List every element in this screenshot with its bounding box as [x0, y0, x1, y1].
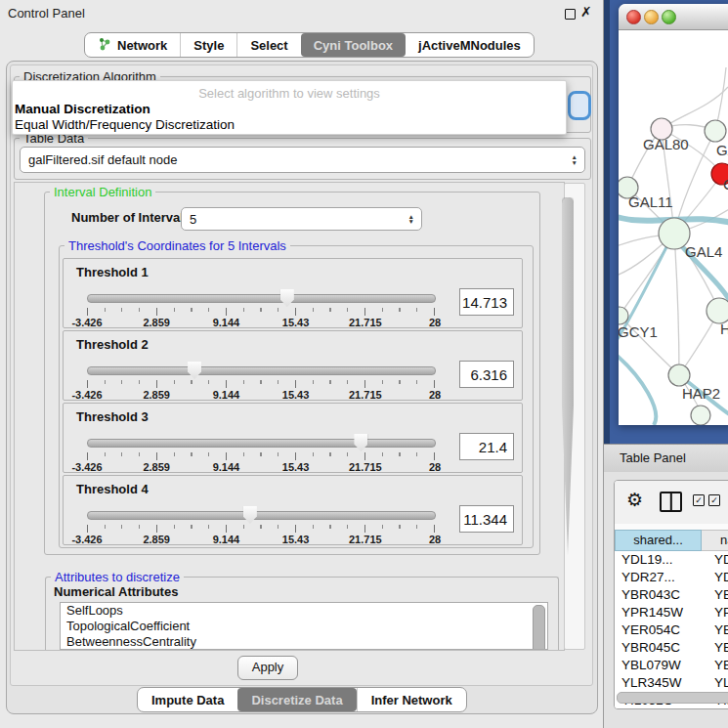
- network-window-titlebar[interactable]: [619, 4, 728, 30]
- tab-network[interactable]: Network: [85, 33, 180, 57]
- apply-button[interactable]: Apply: [237, 656, 298, 680]
- column-header-shared-name[interactable]: shared...: [615, 530, 702, 551]
- slider-ticks: [87, 525, 436, 533]
- network-icon: [98, 37, 111, 54]
- table-row[interactable]: YLR345WYLR3: [615, 674, 728, 692]
- window-title: Control Panel: [8, 6, 85, 21]
- node-label: H: [720, 321, 728, 337]
- slider-tick-labels: -3.426 2.859 9.144 15.43 21.715 28: [87, 461, 435, 473]
- number-of-intervals-combobox[interactable]: 5 ▲▼: [181, 207, 422, 231]
- slider-thumb[interactable]: [188, 362, 201, 379]
- list-item[interactable]: BetweennessCentrality: [61, 634, 547, 650]
- table-row[interactable]: YBR045CYBR0: [615, 639, 728, 657]
- algorithm-combo-arrow-button[interactable]: [568, 91, 591, 120]
- threshold-label: Threshold 1: [76, 265, 149, 279]
- combo-value: galFiltered.sif default node: [21, 152, 572, 167]
- vertical-scrollbar[interactable]: [564, 183, 585, 650]
- slider-track[interactable]: [87, 366, 436, 375]
- popup-option-manual-discretization[interactable]: Manual Discretization: [15, 102, 150, 116]
- group-title: Threshold's Coordinates for 5 Intervals: [64, 238, 290, 253]
- threshold-4-slider[interactable]: -3.426 2.859 9.144 15.43 21.715 28: [87, 505, 434, 544]
- node-label: C: [723, 176, 728, 193]
- table-toolbar: ⚙ ✓ ✓: [615, 481, 728, 524]
- tab-impute-data[interactable]: Impute Data: [138, 688, 237, 711]
- table-panel-body: ⚙ ✓ ✓ shared... na YDL19...YDL1 YDR27...…: [604, 472, 728, 728]
- close-traffic-light-icon[interactable]: [626, 10, 641, 24]
- network-canvas[interactable]: GAL80 GA C GAL11 GAL4 GCY1 H HAP2: [619, 30, 728, 425]
- control-panel-window: Control Panel ✗ Network Style: [0, 0, 604, 728]
- spinner-arrows-icon[interactable]: ▲▼: [408, 214, 421, 225]
- threshold-1-panel: Threshold 1 -3.426 2.859 9.144 15.43 21.…: [63, 258, 523, 328]
- node-label: HAP2: [682, 385, 720, 402]
- slider-track[interactable]: [87, 511, 436, 520]
- right-region: GAL80 GA C GAL11 GAL4 GCY1 H HAP2 Table …: [604, 0, 728, 728]
- slider-thumb[interactable]: [354, 434, 367, 451]
- tab-style[interactable]: Style: [180, 33, 236, 57]
- list-scrollbar-thumb[interactable]: [533, 605, 545, 650]
- table-panel-titlebar: Table Panel: [604, 444, 728, 474]
- zoom-traffic-light-icon[interactable]: [662, 10, 676, 24]
- algorithm-popup: Select algorithm to view settings Manual…: [12, 80, 567, 135]
- table-panel-box: ⚙ ✓ ✓ shared... na YDL19...YDL1 YDR27...…: [614, 480, 728, 709]
- list-item[interactable]: SelfLoops: [61, 603, 547, 619]
- node-hap2[interactable]: [668, 364, 690, 386]
- table-row[interactable]: YPR145WYPR1: [615, 604, 728, 621]
- slider-track[interactable]: [87, 294, 436, 303]
- popup-option-equal-width-frequency[interactable]: Equal Width/Frequency Discretization: [15, 117, 235, 132]
- threshold-value-field[interactable]: 11.344: [459, 505, 514, 533]
- node-label: GAL4: [685, 243, 722, 260]
- threshold-1-slider[interactable]: -3.426 2.859 9.144 15.43 21.715 28: [87, 288, 434, 327]
- horizontal-scrollbar-thumb[interactable]: [617, 692, 728, 704]
- threshold-value-field[interactable]: 21.4: [459, 433, 514, 460]
- table-panel-title: Table Panel: [620, 450, 686, 465]
- split-columns-icon[interactable]: [660, 492, 682, 512]
- table-row[interactable]: YER054CYER0: [615, 621, 728, 639]
- threshold-2-slider[interactable]: -3.426 2.859 9.144 15.43 21.715 28: [87, 361, 434, 400]
- threshold-label: Threshold 3: [76, 409, 149, 424]
- gear-icon[interactable]: ⚙: [626, 489, 643, 511]
- numerical-attributes-label: Numerical Attributes: [54, 584, 178, 599]
- slider-track[interactable]: [87, 439, 436, 448]
- close-icon[interactable]: ✗: [580, 4, 592, 20]
- combo-value: 5: [182, 212, 408, 227]
- desktop-background: GAL80 GA C GAL11 GAL4 GCY1 H HAP2: [604, 0, 728, 444]
- slider-thumb[interactable]: [280, 289, 294, 307]
- scrollbar-thumb[interactable]: [562, 197, 574, 555]
- checkbox-icon[interactable]: ✓: [693, 494, 705, 506]
- threshold-3-slider[interactable]: -3.426 2.859 9.144 15.43 21.715 28: [87, 433, 434, 472]
- slider-ticks: [87, 308, 436, 316]
- threshold-label: Threshold 4: [76, 482, 149, 496]
- spinner-arrows-icon[interactable]: ▲▼: [572, 154, 584, 165]
- slider-tick-labels: -3.426 2.859 9.144 15.43 21.715 28: [87, 317, 435, 328]
- tab-select[interactable]: Select: [236, 33, 300, 57]
- tab-discretize-data[interactable]: Discretize Data: [237, 688, 356, 711]
- node-bottom[interactable]: [691, 406, 710, 425]
- table-header-row: shared... na: [615, 530, 728, 551]
- table-row[interactable]: YBR043CYBR0: [615, 586, 728, 604]
- threshold-3-panel: Threshold 3 -3.426 2.859 9.144 15.43 21.…: [63, 403, 523, 473]
- screenshot-root: Control Panel ✗ Network Style: [0, 0, 728, 728]
- numerical-attributes-list[interactable]: SelfLoops TopologicalCoefficient Between…: [60, 602, 548, 650]
- table-row[interactable]: YDL19...YDL1: [615, 551, 728, 569]
- tab-infer-network[interactable]: Infer Network: [357, 688, 466, 711]
- network-view-window: GAL80 GA C GAL11 GAL4 GCY1 H HAP2: [619, 4, 728, 425]
- threshold-4-panel: Threshold 4 -3.426 2.859 9.144 15.43 21.…: [63, 475, 523, 545]
- table-row[interactable]: YDR27...YDR2: [615, 569, 728, 586]
- column-header-name[interactable]: na: [702, 530, 728, 551]
- slider-thumb[interactable]: [243, 506, 257, 524]
- threshold-value-field[interactable]: 14.713: [459, 288, 514, 316]
- slider-tick-labels: -3.426 2.859 9.144 15.43 21.715 28: [87, 534, 435, 545]
- node-ga[interactable]: [705, 120, 726, 142]
- minimize-traffic-light-icon[interactable]: [644, 10, 659, 24]
- node-label: GAL80: [643, 136, 689, 152]
- list-item[interactable]: TopologicalCoefficient: [61, 619, 547, 634]
- bottom-tab-bar: Impute Data Discretize Data Infer Networ…: [137, 687, 467, 712]
- table-row[interactable]: YBL079WYBL0: [615, 657, 728, 674]
- network-nodes[interactable]: [619, 118, 728, 425]
- tab-jactivemnodules[interactable]: jActiveMNodules: [406, 33, 534, 57]
- threshold-value-field[interactable]: 6.316: [459, 361, 514, 388]
- float-window-icon[interactable]: [565, 9, 576, 20]
- tab-cyni-toolbox[interactable]: Cyni Toolbox: [301, 33, 406, 57]
- table-data-combobox[interactable]: galFiltered.sif default node ▲▼: [20, 147, 585, 173]
- checkbox-icon[interactable]: ✓: [708, 494, 720, 506]
